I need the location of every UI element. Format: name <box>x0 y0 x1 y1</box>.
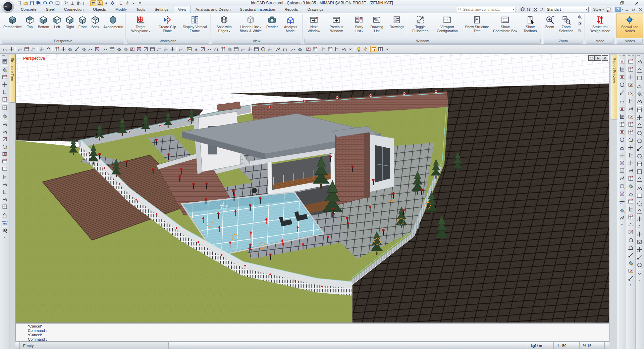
perp-icon[interactable] <box>69 0 75 6</box>
cap-icon[interactable] <box>627 144 635 151</box>
corner-frame-icon[interactable] <box>627 128 635 136</box>
lamp-on-icon[interactable] <box>355 46 362 52</box>
beam-3d-icon[interactable] <box>627 113 635 120</box>
column-t-icon[interactable] <box>627 198 635 205</box>
rotate-icon[interactable] <box>67 46 73 52</box>
column-red-icon[interactable] <box>87 46 94 52</box>
show-structure-tree-button[interactable]: Show Structure Tree <box>463 13 491 38</box>
lines-page-icon[interactable] <box>636 192 643 200</box>
stairs-color-icon[interactable] <box>636 253 643 261</box>
node-toggle-button[interactable]: N <box>595 55 601 61</box>
slope-icon[interactable] <box>226 46 233 52</box>
node-burst-icon[interactable] <box>136 46 142 52</box>
dome-hatch-icon[interactable] <box>627 205 635 213</box>
box-frame-icon[interactable] <box>627 136 635 144</box>
previous-window-button[interactable]: Previous Window <box>324 13 349 38</box>
show-hide-nodes-button[interactable]: Show/Hide Nodes <box>616 13 643 38</box>
dim-z-icon[interactable] <box>327 46 333 52</box>
grid-table-icon[interactable] <box>618 58 626 65</box>
save-icon[interactable] <box>29 0 35 6</box>
checker-icon[interactable] <box>627 58 635 65</box>
compass-icon[interactable] <box>38 46 45 52</box>
hidden-line-black-white-button[interactable]: Hidden Line - Black & White <box>237 13 265 38</box>
toolbar-expand-icon[interactable]: ▸ <box>639 279 640 282</box>
level-a-icon[interactable] <box>275 46 281 52</box>
cone-page-icon[interactable] <box>636 160 643 168</box>
funnel-solid-icon[interactable] <box>627 105 635 113</box>
standart-combo[interactable]: Standart▾ <box>546 7 589 12</box>
pick-axis-icon[interactable] <box>618 167 626 174</box>
dim-3p-icon[interactable] <box>333 46 340 52</box>
style-picker-icon[interactable] <box>606 7 612 12</box>
viewport-single-icon[interactable] <box>370 46 377 52</box>
tab-connection[interactable]: Connection <box>59 6 88 13</box>
level-eye-icon[interactable] <box>281 46 288 52</box>
level-pair-icon[interactable] <box>618 206 626 214</box>
tab-analysis-and-design[interactable]: Analysis and Design <box>191 6 235 13</box>
snap-object-icon[interactable] <box>97 0 103 6</box>
tab-structural-inspection[interactable]: Structural Inspection <box>235 6 280 13</box>
copy-page-icon[interactable] <box>636 90 643 97</box>
image-icon[interactable] <box>186 46 193 52</box>
ring-icon[interactable] <box>627 251 635 259</box>
3d-scene[interactable] <box>16 54 609 322</box>
angle-q-icon[interactable] <box>260 46 266 52</box>
area-mm2-icon[interactable] <box>266 46 273 52</box>
box-page-icon[interactable] <box>636 168 643 176</box>
drop-icon[interactable] <box>130 0 137 6</box>
help-button[interactable]: ? <box>615 7 621 12</box>
drop-icon[interactable] <box>636 270 643 278</box>
copy-set-a-icon[interactable] <box>618 97 626 105</box>
tab-tools[interactable]: Tools <box>131 6 150 13</box>
doc-new-icon[interactable] <box>16 0 22 6</box>
bolt-run-icon[interactable] <box>362 46 369 52</box>
report-doc-icon[interactable] <box>1 112 8 120</box>
front-button[interactable]: Front <box>76 13 89 38</box>
style-dropdown[interactable]: Style▾ <box>592 7 605 11</box>
fan-icon[interactable] <box>618 182 626 190</box>
select-box-icon[interactable] <box>162 46 169 52</box>
diagonal-line-icon[interactable] <box>1 196 8 203</box>
window-hatch-icon[interactable] <box>618 73 626 81</box>
doc-red-icon[interactable] <box>636 58 643 65</box>
grid-blue-icon[interactable] <box>627 65 635 73</box>
note-icon[interactable] <box>30 46 37 52</box>
angle-123-icon[interactable] <box>618 214 626 222</box>
close-button[interactable] <box>629 0 644 6</box>
status-scale[interactable]: 1 : 50 <box>554 342 580 349</box>
right-button[interactable]: Right <box>63 13 76 38</box>
help-dropdown-icon[interactable]: ▾ <box>622 8 623 11</box>
panel-icon[interactable] <box>627 275 635 282</box>
minimize-button[interactable] <box>600 0 614 6</box>
command-line[interactable]: *Cancel*Command :*Cancel*Command : <box>15 323 609 342</box>
brush-icon[interactable] <box>169 46 176 52</box>
report-preview-tab[interactable]: Report Preview <box>611 55 618 119</box>
angle-arc-icon[interactable] <box>45 46 52 52</box>
corner-a-icon[interactable] <box>149 46 156 52</box>
zoom-button[interactable]: Zoom <box>543 13 556 38</box>
rail-page-icon[interactable] <box>636 215 643 223</box>
offset-icon[interactable] <box>75 0 82 6</box>
beam-top-icon[interactable] <box>627 90 635 97</box>
redo-icon[interactable] <box>48 0 54 6</box>
check-box-icon[interactable] <box>533 7 539 12</box>
viewport-grid-icon[interactable] <box>377 46 384 52</box>
pen-icon[interactable] <box>23 46 30 52</box>
dim-xy-icon[interactable] <box>320 46 327 52</box>
drawing-list-button[interactable]: Drawing List <box>367 13 386 38</box>
tab-reports[interactable]: Reports <box>280 6 303 13</box>
ramp-icon[interactable] <box>1 188 8 196</box>
zoom-selection-button[interactable]: Zoom Selection <box>556 13 576 38</box>
text-a-icon[interactable]: A <box>193 46 199 52</box>
dim-red-icon[interactable] <box>118 0 124 6</box>
drop-node-icon[interactable] <box>73 46 80 52</box>
paste-special-icon[interactable] <box>1 143 8 150</box>
frame-u-icon[interactable] <box>627 120 635 128</box>
ruler-icon[interactable] <box>16 46 23 52</box>
fence-page-icon[interactable] <box>636 129 643 137</box>
chart-page-icon[interactable] <box>618 198 626 205</box>
folder-open-icon[interactable] <box>22 0 29 6</box>
net-page-icon[interactable] <box>636 238 643 246</box>
zoom-box-mini-icon[interactable] <box>577 20 583 27</box>
search-dropdown-icon[interactable]: ▾ <box>513 8 514 11</box>
